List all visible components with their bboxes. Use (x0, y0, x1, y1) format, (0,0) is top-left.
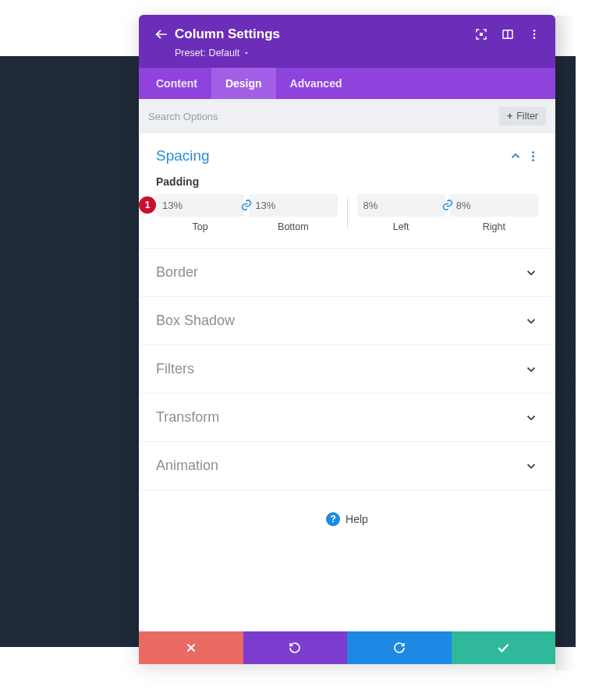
chevron-down-icon (524, 314, 538, 328)
svg-point-5 (533, 37, 536, 39)
section-border[interactable]: Border (139, 249, 555, 297)
header-top-row: Column Settings (153, 26, 541, 43)
pair-divider (347, 197, 348, 228)
chevron-down-icon (524, 411, 538, 425)
padding-left-input[interactable] (357, 194, 445, 217)
section-transform[interactable]: Transform (139, 394, 555, 442)
section-animation[interactable]: Animation (139, 442, 555, 490)
tab-row: Content Design Advanced (139, 68, 555, 99)
redo-icon (393, 642, 406, 654)
help-label: Help (346, 513, 368, 525)
back-icon[interactable] (153, 26, 170, 43)
header-menu-icon[interactable] (527, 27, 541, 41)
tab-advanced[interactable]: Advanced (276, 68, 356, 99)
chevron-down-icon (243, 49, 250, 57)
section-title: Transform (156, 409, 219, 426)
preset-value: Default (209, 48, 240, 58)
padding-top-label: Top (193, 221, 208, 232)
section-spacing: Spacing Padding 1 Top (139, 133, 555, 249)
chevron-down-icon (524, 266, 538, 280)
padding-bottom-input[interactable] (249, 194, 337, 217)
settings-panel: Column Settings Preset: Default Content … (139, 15, 555, 664)
chevron-down-icon (524, 459, 538, 473)
svg-point-3 (533, 30, 536, 32)
save-button[interactable] (452, 631, 556, 664)
undo-button[interactable] (243, 631, 348, 664)
focus-icon[interactable] (474, 27, 488, 41)
filter-label: Filter (516, 111, 538, 122)
section-box-shadow[interactable]: Box Shadow (139, 297, 555, 345)
undo-icon (289, 642, 301, 654)
tab-design[interactable]: Design (211, 68, 276, 99)
preset-label: Preset: (175, 48, 206, 58)
panel-shadow (555, 16, 576, 670)
search-bar: + Filter (139, 99, 555, 133)
padding-pair-vertical: Top Bottom (156, 194, 338, 232)
padding-bottom-label: Bottom (278, 221, 309, 232)
svg-rect-0 (480, 33, 483, 36)
help-icon: ? (326, 512, 340, 526)
help-link[interactable]: ? Help (139, 490, 555, 548)
tab-content[interactable]: Content (142, 68, 211, 99)
padding-label: Padding (156, 175, 538, 188)
search-input[interactable] (148, 111, 499, 122)
svg-point-4 (533, 34, 536, 36)
padding-row: 1 Top Bottom (148, 194, 538, 232)
panel-header: Column Settings Preset: Default (139, 15, 555, 68)
chevron-down-icon (524, 362, 538, 377)
check-icon (496, 641, 510, 655)
panel-footer (139, 631, 555, 664)
section-title: Border (156, 264, 198, 281)
padding-right-input[interactable] (450, 194, 538, 217)
header-icons (474, 27, 541, 41)
padding-pair-horizontal: Left Right (357, 194, 539, 232)
annotation-badge: 1 (139, 196, 156, 214)
section-menu-icon[interactable] (527, 149, 538, 163)
preset-selector[interactable]: Preset: Default (175, 48, 541, 58)
section-title: Filters (156, 361, 194, 377)
link-icon[interactable] (239, 199, 254, 211)
padding-left-label: Left (393, 221, 409, 232)
section-title: Box Shadow (156, 313, 235, 329)
redo-button[interactable] (347, 631, 452, 664)
section-header[interactable]: Spacing (156, 147, 538, 164)
close-icon (185, 642, 197, 654)
section-title: Animation (156, 458, 218, 474)
padding-right-label: Right (483, 221, 505, 232)
section-filters[interactable]: Filters (139, 345, 555, 394)
panel-body: Spacing Padding 1 Top (139, 133, 555, 631)
columns-icon[interactable] (501, 27, 515, 41)
section-title: Spacing (156, 147, 210, 164)
plus-icon: + (507, 111, 512, 122)
padding-top-input[interactable] (156, 194, 244, 217)
filter-button[interactable]: + Filter (499, 107, 546, 126)
link-icon[interactable] (440, 199, 455, 211)
collapse-icon[interactable] (509, 149, 523, 163)
panel-title: Column Settings (175, 27, 280, 42)
cancel-button[interactable] (139, 631, 243, 664)
